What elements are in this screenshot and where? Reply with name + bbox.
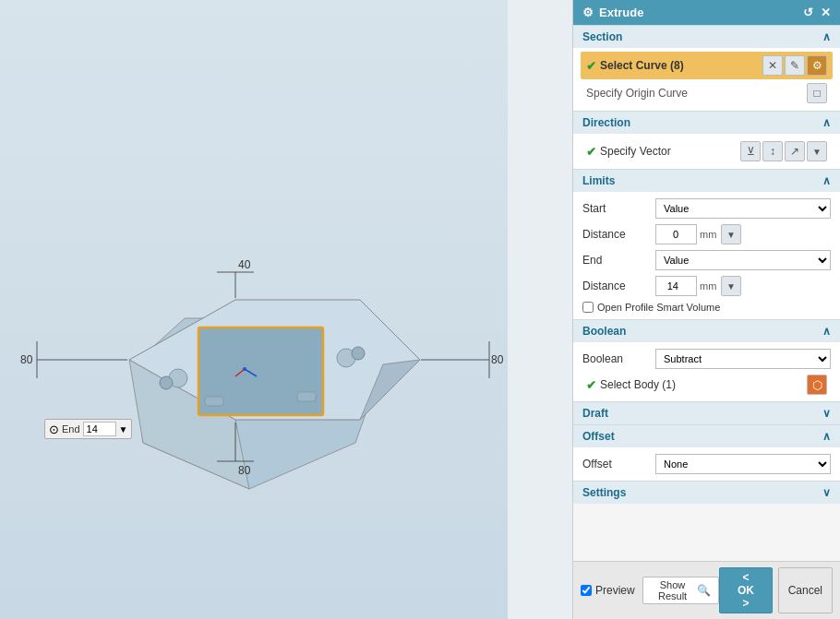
vec-icon2[interactable]: ↕ — [762, 141, 783, 161]
show-result-button[interactable]: Show Result 🔍 — [642, 577, 720, 604]
specify-vector-icons: ⊻ ↕ ↗ ▼ — [740, 141, 827, 161]
offset-select[interactable]: None Symmetric Asymmetric — [655, 454, 831, 474]
direction-label: Direction — [582, 116, 630, 129]
direction-content: ✔ Specify Vector ⊻ ↕ ↗ ▼ — [573, 134, 840, 169]
offset-value-label: Offset — [582, 458, 652, 470]
offset-content: Offset None Symmetric Asymmetric — [573, 447, 840, 481]
end-distance-dropdown[interactable]: ▼ — [721, 276, 741, 296]
preview-checkbox[interactable] — [581, 585, 592, 596]
select-body-icon[interactable]: ⬡ — [807, 375, 827, 395]
toolbar-icon: ⊙ — [49, 423, 59, 436]
limits-header[interactable]: Limits ∧ — [573, 169, 840, 192]
settings-chevron: ∨ — [822, 486, 831, 499]
select-curve-icons: ✕ ✎ ⚙ — [762, 55, 827, 76]
preview-check: Preview — [581, 584, 635, 597]
offset-value-row: Offset None Symmetric Asymmetric — [581, 451, 833, 477]
section-icon2[interactable]: ✎ — [785, 55, 805, 76]
boolean-chevron: ∧ — [822, 325, 831, 338]
settings-header[interactable]: Settings ∨ — [573, 481, 840, 504]
viewport-svg: 80 80 40 80 — [0, 0, 508, 619]
svg-point-26 — [243, 367, 246, 371]
limits-chevron: ∧ — [822, 174, 831, 187]
panel: ⚙ Extrude ↺ ✕ Section ∧ ✔ Select Curve (… — [572, 0, 840, 619]
panel-title: Extrude — [599, 6, 643, 19]
end-unit: mm — [700, 280, 718, 292]
end-distance-value-group: mm ▼ — [655, 276, 831, 296]
section-icon1[interactable]: ✕ — [762, 55, 783, 76]
section-label: Section — [582, 30, 622, 43]
offset-value-group: None Symmetric Asymmetric — [655, 454, 831, 474]
end-type-select[interactable]: Value Until Next Through All — [655, 250, 831, 270]
panel-header: ⚙ Extrude ↺ ✕ — [573, 0, 840, 25]
select-curve-label: Select Curve (8) — [600, 59, 684, 72]
limits-end-distance-row: Distance mm ▼ — [581, 273, 833, 299]
search-icon: 🔍 — [697, 584, 711, 597]
open-profile-checkbox[interactable] — [582, 302, 594, 313]
bottom-bar-right: < OK > Cancel — [719, 567, 833, 613]
specify-origin-icon[interactable]: □ — [807, 83, 827, 103]
end-value-input[interactable] — [83, 422, 116, 436]
boolean-header[interactable]: Boolean ∧ — [573, 319, 840, 342]
settings-label: Settings — [582, 486, 626, 499]
svg-text:80: 80 — [238, 464, 251, 477]
limits-label: Limits — [582, 174, 615, 187]
toolbar-chevron[interactable]: ▼ — [119, 424, 128, 434]
specify-vector-row: ✔ Specify Vector ⊻ ↕ ↗ ▼ — [581, 137, 833, 165]
specify-origin-label: Specify Origin Curve — [586, 87, 688, 100]
limits-start-row: Start Value Until Next Through All — [581, 196, 833, 221]
start-distance-dropdown[interactable]: ▼ — [721, 224, 741, 244]
select-body-label: Select Body (1) — [600, 378, 676, 391]
show-result-label: Show Result — [651, 579, 695, 601]
limits-end-row: End Value Until Next Through All — [581, 247, 833, 273]
vec-icon4[interactable]: ▼ — [807, 141, 827, 161]
bottom-bar: Preview Show Result 🔍 < OK > Cancel — [573, 561, 840, 619]
bottom-bar-left: Preview Show Result 🔍 — [581, 577, 719, 604]
offset-label: Offset — [582, 430, 615, 443]
direction-chevron: ∧ — [822, 116, 831, 129]
start-distance-input[interactable] — [655, 224, 697, 244]
ok-button[interactable]: < OK > — [719, 567, 772, 613]
svg-rect-11 — [297, 392, 316, 401]
end-distance-input[interactable] — [655, 276, 697, 296]
section-section-content: ✔ Select Curve (8) ✕ ✎ ⚙ Specify Origin … — [573, 48, 840, 111]
offset-header[interactable]: Offset ∧ — [573, 424, 840, 447]
direction-header[interactable]: Direction ∧ — [573, 111, 840, 134]
cancel-button[interactable]: Cancel — [778, 567, 833, 613]
draft-chevron: ∨ — [822, 407, 831, 420]
start-value: Value Until Next Through All — [655, 198, 831, 219]
section-header[interactable]: Section ∧ — [573, 25, 840, 48]
select-body-row: ✔ Select Body (1) ⬡ — [581, 372, 833, 398]
vec-icon3[interactable]: ↗ — [785, 141, 805, 161]
start-distance-value-group: mm ▼ — [655, 224, 831, 244]
open-profile-row: Open Profile Smart Volume — [581, 299, 833, 315]
boolean-type-select[interactable]: Subtract Unite Intersect None — [655, 349, 831, 369]
svg-rect-10 — [205, 397, 223, 406]
select-body-checkmark: ✔ — [586, 378, 596, 392]
section-icon3[interactable]: ⚙ — [807, 55, 827, 76]
viewport-toolbar[interactable]: ⊙ End ▼ — [44, 419, 132, 439]
limits-content: Start Value Until Next Through All Dista… — [573, 192, 840, 319]
select-curve-row[interactable]: ✔ Select Curve (8) ✕ ✎ ⚙ — [581, 52, 833, 79]
section-chevron: ∧ — [822, 30, 831, 43]
svg-text:40: 40 — [238, 258, 251, 271]
select-curve-checkmark: ✔ — [586, 59, 596, 73]
viewport: 80 80 40 80 ⊙ End ▼ — [0, 0, 508, 619]
boolean-content: Boolean Subtract Unite Intersect None ✔ … — [573, 342, 840, 401]
draft-header[interactable]: Draft ∨ — [573, 401, 840, 424]
boolean-type-label: Boolean — [582, 352, 652, 365]
reset-icon[interactable]: ↺ — [803, 6, 813, 19]
end-value: Value Until Next Through All — [655, 250, 831, 270]
boolean-type-row: Boolean Subtract Unite Intersect None — [581, 346, 833, 372]
draft-label: Draft — [582, 407, 608, 420]
boolean-type-value: Subtract Unite Intersect None — [655, 349, 831, 369]
svg-text:80: 80 — [491, 353, 504, 366]
preview-label: Preview — [595, 584, 635, 597]
specify-origin-row: Specify Origin Curve □ — [581, 79, 833, 107]
start-type-select[interactable]: Value Until Next Through All — [655, 198, 831, 219]
gear-icon: ⚙ — [582, 6, 594, 19]
vec-icon1[interactable]: ⊻ — [740, 141, 761, 161]
close-icon[interactable]: ✕ — [821, 6, 831, 19]
specify-vector-checkmark: ✔ — [586, 145, 596, 159]
start-distance-label: Distance — [582, 228, 652, 241]
svg-point-9 — [352, 347, 365, 360]
